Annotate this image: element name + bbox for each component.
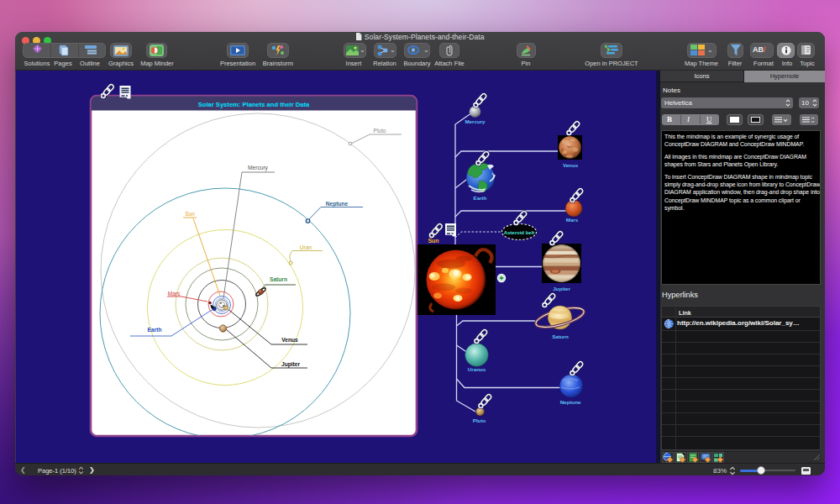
svg-text:Saturn: Saturn bbox=[552, 333, 569, 339]
svg-text:Pluto: Pluto bbox=[473, 417, 486, 423]
svg-text:Neptune: Neptune bbox=[560, 399, 581, 405]
svg-text:Uranus: Uranus bbox=[468, 366, 486, 372]
svg-text:Uran: Uran bbox=[300, 244, 312, 250]
svg-text:Mars: Mars bbox=[168, 291, 181, 297]
svg-text:Sun: Sun bbox=[428, 238, 438, 244]
svg-text:Mercury: Mercury bbox=[248, 165, 269, 171]
svg-text:Venus: Venus bbox=[281, 337, 298, 343]
svg-text:Neptune: Neptune bbox=[326, 201, 349, 207]
svg-text:Saturn: Saturn bbox=[270, 276, 287, 282]
svg-text:Earth: Earth bbox=[474, 195, 487, 201]
svg-text:Asteroid belt: Asteroid belt bbox=[504, 230, 535, 235]
svg-text:Mercury: Mercury bbox=[465, 118, 486, 124]
svg-text:Mars: Mars bbox=[566, 217, 579, 223]
svg-text:Jupiter: Jupiter bbox=[553, 286, 570, 291]
svg-text:Earth: Earth bbox=[148, 327, 162, 333]
svg-text:Solar System: Planets and thei: Solar System: Planets and their Data bbox=[198, 101, 310, 108]
svg-text:Jupiter: Jupiter bbox=[281, 361, 300, 368]
svg-text:Sun: Sun bbox=[185, 211, 195, 217]
svg-text:Pluto: Pluto bbox=[373, 128, 386, 134]
svg-text:Venus: Venus bbox=[563, 162, 579, 168]
